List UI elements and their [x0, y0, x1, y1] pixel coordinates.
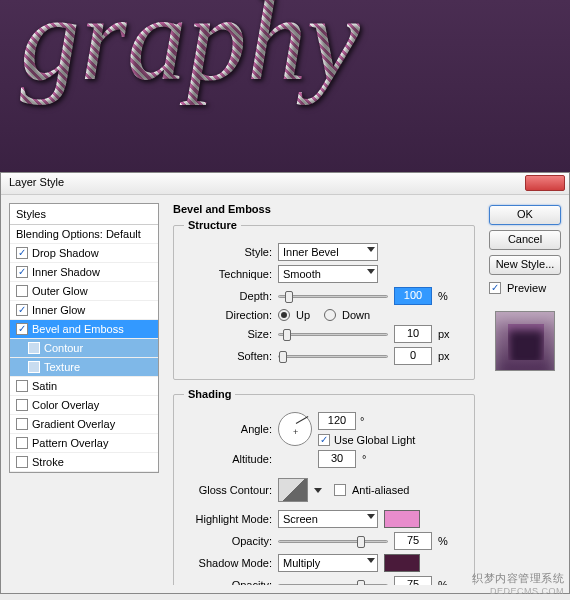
size-slider[interactable] [278, 333, 388, 336]
effect-satin[interactable]: Satin [10, 377, 158, 396]
checkbox-icon[interactable] [16, 437, 28, 449]
effect-color-overlay[interactable]: Color Overlay [10, 396, 158, 415]
checkbox-icon[interactable] [16, 456, 28, 468]
size-label: Size: [184, 328, 272, 340]
effect-gradient-overlay[interactable]: Gradient Overlay [10, 415, 158, 434]
gloss-contour-label: Gloss Contour: [184, 484, 272, 496]
highlight-mode-label: Highlight Mode: [184, 513, 272, 525]
dialog-titlebar[interactable]: Layer Style [1, 173, 569, 195]
direction-up-radio[interactable] [278, 309, 290, 321]
gloss-contour-picker[interactable] [278, 478, 308, 502]
chevron-down-icon[interactable] [314, 488, 322, 493]
new-style-button[interactable]: New Style... [489, 255, 561, 275]
slider-thumb[interactable] [285, 291, 293, 303]
technique-label: Technique: [184, 268, 272, 280]
checkbox-icon[interactable] [28, 342, 40, 354]
altitude-input[interactable]: 30 [318, 450, 356, 468]
effect-texture[interactable]: Texture [10, 358, 158, 377]
degree-label: ° [362, 453, 366, 465]
checkbox-icon[interactable] [16, 323, 28, 335]
shadow-mode-label: Shadow Mode: [184, 557, 272, 569]
unit-label: px [438, 328, 456, 340]
watermark: 织梦内容管理系统 DEDECMS.COM [472, 569, 564, 596]
shading-legend: Shading [184, 388, 235, 400]
highlight-opacity-input[interactable]: 75 [394, 532, 432, 550]
structure-group: Structure Style: Inner Bevel Technique: … [173, 219, 475, 380]
preview-checkbox[interactable] [489, 282, 501, 294]
depth-label: Depth: [184, 290, 272, 302]
highlight-opacity-slider[interactable] [278, 540, 388, 543]
cancel-button[interactable]: Cancel [489, 230, 561, 250]
effect-contour[interactable]: Contour [10, 339, 158, 358]
close-icon[interactable] [525, 175, 565, 191]
effect-drop-shadow[interactable]: Drop Shadow [10, 244, 158, 263]
slider-thumb[interactable] [279, 351, 287, 363]
effect-stroke[interactable]: Stroke [10, 453, 158, 472]
size-input[interactable]: 10 [394, 325, 432, 343]
styles-sidebar: Styles Blending Options: Default Drop Sh… [9, 203, 159, 585]
ok-button[interactable]: OK [489, 205, 561, 225]
slider-thumb[interactable] [283, 329, 291, 341]
styles-header[interactable]: Styles [10, 204, 158, 225]
slider-thumb[interactable] [357, 536, 365, 548]
effect-bevel-emboss[interactable]: Bevel and Emboss [10, 320, 158, 339]
angle-label: Angle: [184, 423, 272, 435]
style-label: Style: [184, 246, 272, 258]
chevron-down-icon [367, 514, 375, 519]
depth-input[interactable]: 100 [394, 287, 432, 305]
antialiased-label: Anti-aliased [352, 484, 409, 496]
checkbox-icon[interactable] [16, 266, 28, 278]
chevron-down-icon [367, 558, 375, 563]
chevron-down-icon [367, 247, 375, 252]
soften-slider[interactable] [278, 355, 388, 358]
checkbox-icon[interactable] [28, 361, 40, 373]
direction-down-radio[interactable] [324, 309, 336, 321]
opacity-label: Opacity: [184, 579, 272, 585]
technique-dropdown[interactable]: Smooth [278, 265, 378, 283]
effect-pattern-overlay[interactable]: Pattern Overlay [10, 434, 158, 453]
angle-dial[interactable]: + [278, 412, 312, 446]
unit-label: % [438, 535, 456, 547]
shading-group: Shading Angle: + 120 ° Use Global Light [173, 388, 475, 585]
preview-label: Preview [507, 282, 546, 294]
unit-label: px [438, 350, 456, 362]
global-light-checkbox[interactable] [318, 434, 330, 446]
effect-inner-shadow[interactable]: Inner Shadow [10, 263, 158, 282]
preview-thumbnail [495, 311, 555, 371]
altitude-label: Altitude: [184, 453, 272, 465]
checkbox-icon[interactable] [16, 285, 28, 297]
panel-title: Bevel and Emboss [173, 203, 475, 215]
checkbox-icon[interactable] [16, 380, 28, 392]
style-dropdown[interactable]: Inner Bevel [278, 243, 378, 261]
checkbox-icon[interactable] [16, 399, 28, 411]
checkbox-icon[interactable] [16, 304, 28, 316]
settings-panel: Bevel and Emboss Structure Style: Inner … [167, 203, 481, 585]
action-buttons: OK Cancel New Style... Preview [489, 203, 561, 585]
document-preview: graphy [0, 0, 570, 172]
structure-legend: Structure [184, 219, 241, 231]
antialiased-checkbox[interactable] [334, 484, 346, 496]
effect-inner-glow[interactable]: Inner Glow [10, 301, 158, 320]
opacity-label: Opacity: [184, 535, 272, 547]
depth-slider[interactable] [278, 295, 388, 298]
shadow-opacity-input[interactable]: 75 [394, 576, 432, 585]
angle-input[interactable]: 120 [318, 412, 356, 430]
sample-text: graphy [20, 0, 360, 108]
global-light-label: Use Global Light [334, 434, 415, 446]
blending-options-row[interactable]: Blending Options: Default [10, 225, 158, 244]
highlight-color-swatch[interactable] [384, 510, 420, 528]
layer-style-dialog: Layer Style Styles Blending Options: Def… [0, 172, 570, 594]
checkbox-icon[interactable] [16, 247, 28, 259]
soften-input[interactable]: 0 [394, 347, 432, 365]
shadow-opacity-slider[interactable] [278, 584, 388, 586]
direction-label: Direction: [184, 309, 272, 321]
shadow-mode-dropdown[interactable]: Multiply [278, 554, 378, 572]
shadow-color-swatch[interactable] [384, 554, 420, 572]
slider-thumb[interactable] [357, 580, 365, 586]
soften-label: Soften: [184, 350, 272, 362]
dialog-title: Layer Style [9, 176, 64, 188]
effect-outer-glow[interactable]: Outer Glow [10, 282, 158, 301]
highlight-mode-dropdown[interactable]: Screen [278, 510, 378, 528]
unit-label: % [438, 290, 456, 302]
checkbox-icon[interactable] [16, 418, 28, 430]
